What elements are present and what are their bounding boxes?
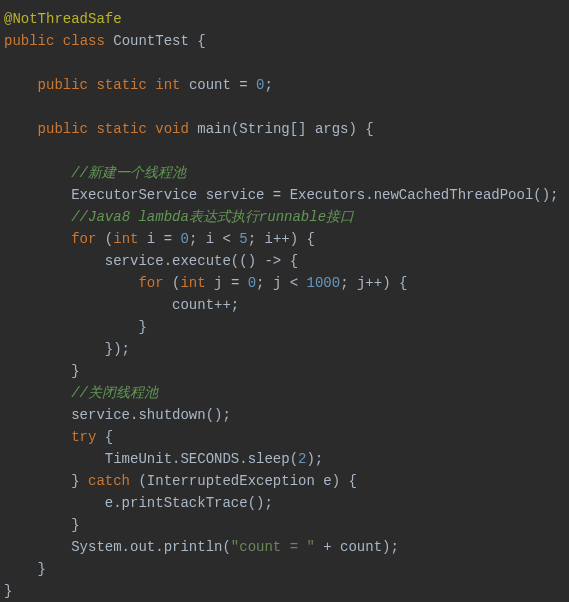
keyword-void: void xyxy=(155,121,189,137)
code-line: try { xyxy=(4,426,565,448)
text: }); xyxy=(4,341,130,357)
annotation: @NotThreadSafe xyxy=(4,11,122,27)
keyword-int: int xyxy=(113,231,138,247)
text: service.shutdown(); xyxy=(4,407,231,423)
indent xyxy=(4,165,71,181)
keyword-for: for xyxy=(71,231,96,247)
code-line: } xyxy=(4,360,565,382)
class-name: CountTest { xyxy=(105,33,206,49)
text: { xyxy=(96,429,113,445)
text: e.printStackTrace(); xyxy=(4,495,273,511)
indent xyxy=(4,121,38,137)
keyword-try: try xyxy=(71,429,96,445)
text: TimeUnit.SECONDS.sleep( xyxy=(4,451,298,467)
code-line: @NotThreadSafe xyxy=(4,8,565,30)
code-line: //关闭线程池 xyxy=(4,382,565,404)
text: ; j++) { xyxy=(340,275,407,291)
keyword-int: int xyxy=(155,77,180,93)
code-line: for (int j = 0; j < 1000; j++) { xyxy=(4,272,565,294)
keyword-static: static xyxy=(96,121,146,137)
keyword-static: static xyxy=(96,77,146,93)
code-line: service.shutdown(); xyxy=(4,404,565,426)
indent xyxy=(4,275,138,291)
keyword-public: public xyxy=(38,77,88,93)
code-line xyxy=(4,52,565,74)
text: } xyxy=(4,517,80,533)
string-literal: "count = " xyxy=(231,539,315,555)
text: ; i++) { xyxy=(248,231,315,247)
text: ); xyxy=(306,451,323,467)
code-line: e.printStackTrace(); xyxy=(4,492,565,514)
code-line: System.out.println("count = " + count); xyxy=(4,536,565,558)
code-line: } xyxy=(4,580,565,602)
text: ; j < xyxy=(256,275,306,291)
text: (InterruptedException e) { xyxy=(130,473,357,489)
code-line: public static int count = 0; xyxy=(4,74,565,96)
code-line: public class CountTest { xyxy=(4,30,565,52)
keyword-public: public xyxy=(38,121,88,137)
text: } xyxy=(4,561,46,577)
text: ( xyxy=(96,231,113,247)
comment: //新建一个线程池 xyxy=(71,165,186,181)
indent xyxy=(4,231,71,247)
code-line: } xyxy=(4,316,565,338)
text: ( xyxy=(164,275,181,291)
comment: //Java8 lambda表达式执行runnable接口 xyxy=(71,209,354,225)
number-literal: 0 xyxy=(248,275,256,291)
text: + count); xyxy=(315,539,399,555)
text: ExecutorService service = Executors.newC… xyxy=(4,187,559,203)
code-line: //Java8 lambda表达式执行runnable接口 xyxy=(4,206,565,228)
indent xyxy=(4,429,71,445)
text: ; xyxy=(265,77,273,93)
keyword-class: class xyxy=(63,33,105,49)
text: } xyxy=(4,363,80,379)
code-line: } xyxy=(4,558,565,580)
text: ; i < xyxy=(189,231,239,247)
comment: //关闭线程池 xyxy=(71,385,158,401)
text: } xyxy=(4,583,12,599)
text: } xyxy=(4,473,88,489)
code-line: service.execute(() -> { xyxy=(4,250,565,272)
indent xyxy=(4,209,71,225)
keyword-for: for xyxy=(138,275,163,291)
number-literal: 0 xyxy=(256,77,264,93)
text: count++; xyxy=(4,297,239,313)
keyword-public: public xyxy=(4,33,54,49)
text: count = xyxy=(180,77,256,93)
code-line: }); xyxy=(4,338,565,360)
text: main(String[] args) { xyxy=(189,121,374,137)
indent xyxy=(4,77,38,93)
text: System.out.println( xyxy=(4,539,231,555)
text: } xyxy=(4,319,147,335)
code-line: ExecutorService service = Executors.newC… xyxy=(4,184,565,206)
text: service.execute(() -> { xyxy=(4,253,298,269)
code-line: TimeUnit.SECONDS.sleep(2); xyxy=(4,448,565,470)
number-literal: 5 xyxy=(239,231,247,247)
text: i = xyxy=(138,231,180,247)
number-literal: 0 xyxy=(180,231,188,247)
code-line: } xyxy=(4,514,565,536)
code-line: public static void main(String[] args) { xyxy=(4,118,565,140)
code-line xyxy=(4,96,565,118)
keyword-catch: catch xyxy=(88,473,130,489)
code-line xyxy=(4,140,565,162)
code-line: } catch (InterruptedException e) { xyxy=(4,470,565,492)
code-editor: @NotThreadSafe public class CountTest { … xyxy=(4,8,565,602)
indent xyxy=(4,385,71,401)
code-line: //新建一个线程池 xyxy=(4,162,565,184)
code-line: count++; xyxy=(4,294,565,316)
keyword-int: int xyxy=(180,275,205,291)
number-literal: 1000 xyxy=(307,275,341,291)
text: j = xyxy=(206,275,248,291)
code-line: for (int i = 0; i < 5; i++) { xyxy=(4,228,565,250)
